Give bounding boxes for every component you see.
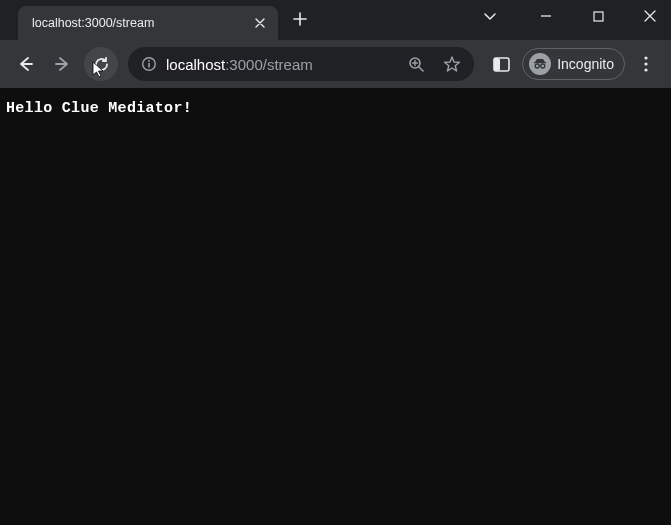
- zoom-button[interactable]: [402, 50, 430, 78]
- close-window-button[interactable]: [635, 1, 665, 31]
- incognito-label: Incognito: [557, 56, 614, 72]
- panel-icon: [493, 57, 510, 72]
- svg-point-2: [148, 60, 150, 62]
- svg-point-12: [644, 68, 647, 71]
- tab-search-button[interactable]: [475, 1, 505, 31]
- svg-point-8: [535, 64, 539, 68]
- window-controls: [475, 0, 665, 32]
- svg-point-11: [644, 62, 647, 65]
- titlebar: localhost:3000/stream: [0, 0, 671, 40]
- back-button[interactable]: [8, 47, 42, 81]
- chevron-down-icon: [483, 9, 497, 23]
- incognito-icon: [529, 53, 551, 75]
- plus-icon: [293, 12, 307, 26]
- dots-vertical-icon: [644, 56, 648, 72]
- site-info-button[interactable]: [140, 55, 158, 73]
- reload-button[interactable]: [84, 47, 118, 81]
- page-content: Hello Clue Mediator!: [0, 88, 671, 525]
- reading-list-button[interactable]: [484, 47, 518, 81]
- bookmark-button[interactable]: [438, 50, 466, 78]
- incognito-badge[interactable]: Incognito: [522, 48, 625, 80]
- star-icon: [443, 55, 461, 73]
- arrow-right-icon: [54, 55, 72, 73]
- url-path: :3000/stream: [225, 56, 313, 73]
- url-host: localhost: [166, 56, 225, 73]
- reload-icon: [93, 56, 110, 73]
- minimize-button[interactable]: [531, 1, 561, 31]
- new-tab-button[interactable]: [286, 5, 314, 33]
- toolbar: localhost:3000/stream Incognito: [0, 40, 671, 88]
- page-body-text: Hello Clue Mediator!: [6, 100, 192, 117]
- arrow-left-icon: [16, 55, 34, 73]
- close-icon: [644, 10, 656, 22]
- close-icon: [255, 18, 265, 28]
- svg-rect-3: [148, 63, 150, 68]
- close-tab-button[interactable]: [252, 15, 268, 31]
- minimize-icon: [540, 10, 552, 22]
- forward-button[interactable]: [46, 47, 80, 81]
- menu-button[interactable]: [629, 47, 663, 81]
- url-text: localhost:3000/stream: [166, 56, 394, 73]
- maximize-button[interactable]: [583, 1, 613, 31]
- browser-tab[interactable]: localhost:3000/stream: [18, 6, 278, 40]
- maximize-icon: [593, 11, 604, 22]
- zoom-icon: [408, 56, 425, 73]
- svg-point-9: [541, 64, 545, 68]
- svg-rect-6: [494, 58, 500, 71]
- svg-rect-7: [534, 62, 546, 63]
- svg-point-10: [644, 56, 647, 59]
- tab-title: localhost:3000/stream: [32, 16, 252, 30]
- address-bar[interactable]: localhost:3000/stream: [128, 47, 474, 81]
- info-icon: [141, 56, 157, 72]
- svg-rect-0: [594, 12, 603, 21]
